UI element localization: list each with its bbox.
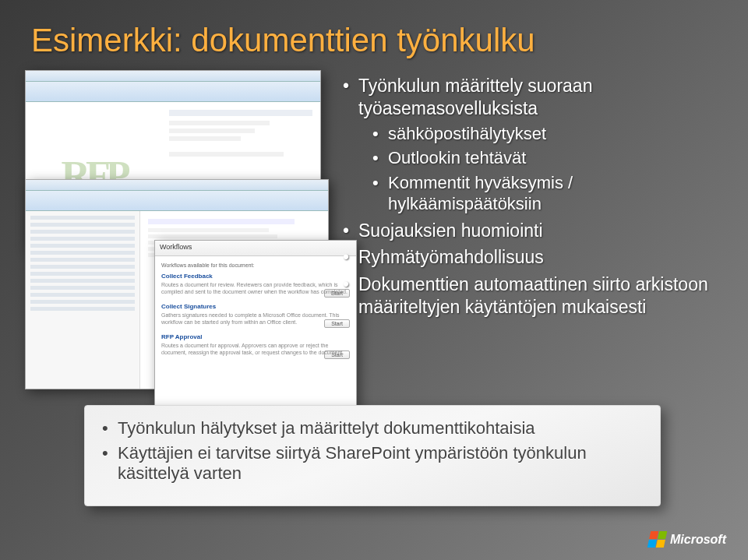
window-ribbon-2 [26, 191, 328, 211]
bullet-3: Ryhmätyömahdollisuus [343, 246, 717, 269]
dialog-subtitle: Workflows available for this document: [161, 262, 350, 268]
wf-collect-feedback-desc: Routes a document for review. Reviewers … [161, 281, 350, 295]
callout-bullet-2: Käyttäjien ei tarvitse siirtyä SharePoin… [102, 443, 643, 484]
callout-bullet-1: Työnkulun hälytykset ja määrittelyt doku… [102, 418, 643, 438]
wf-rfp-approval-desc: Routes a document for approval. Approver… [161, 342, 350, 356]
window-ribbon [26, 82, 320, 102]
screenshot-stack: RFP [25, 70, 337, 382]
wf-rfp-approval-title: RFP Approval [161, 333, 350, 340]
bullet-1a: sähköpostihälytykset [358, 123, 717, 145]
main-bullet-list: Työnkulun määrittely suoraan työasemasov… [343, 75, 717, 323]
wf-collect-signatures-title: Collect Signatures [161, 303, 350, 310]
slide: Esimerkki: dokumenttien työnkulku RFP [0, 0, 748, 560]
wf-collect-feedback-title: Collect Feedback [161, 273, 350, 280]
slide-title: Esimerkki: dokumenttien työnkulku [31, 22, 717, 59]
microsoft-flag-icon [647, 531, 667, 548]
callout-box: Työnkulun hälytykset ja määrittelyt doku… [84, 405, 661, 506]
microsoft-wordmark: Microsoft [670, 533, 726, 547]
window-titlebar-2 [26, 180, 328, 191]
wf-collect-signatures-desc: Gathers signatures needed to complete a … [161, 312, 350, 326]
microsoft-logo: Microsoft [649, 531, 726, 548]
bullet-1: Työnkulun määrittely suoraan työasemasov… [343, 75, 717, 215]
nav-pane [26, 211, 140, 389]
dialog-title: Workflows [155, 241, 356, 256]
screenshot-workflow-dialog: Workflows Workflows available for this d… [154, 240, 357, 419]
bullet-1c: Kommentit hyväksymis / hylkäämispäätöksi… [358, 172, 717, 215]
bullet-1b: Outlookin tehtävät [358, 147, 717, 169]
bullet-1-text: Työnkulun määrittely suoraan työasemasov… [358, 76, 592, 118]
bullet-4: Dokumenttien automaattinen siirto arkist… [343, 273, 717, 319]
window-titlebar [26, 71, 320, 82]
bullet-2: Suojauksien huomiointi [343, 220, 717, 242]
